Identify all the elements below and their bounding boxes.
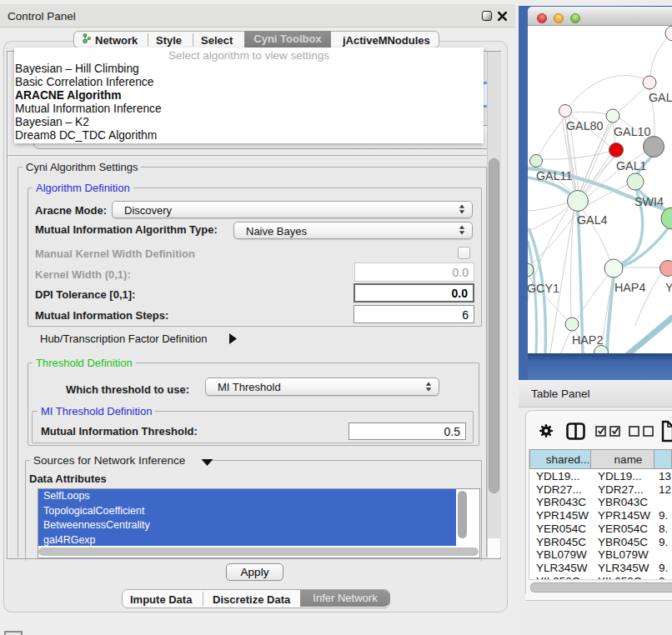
svg-text:GAL7: GAL7 [649, 91, 672, 104]
svg-text:GAL80: GAL80 [566, 119, 604, 132]
svg-text:SWI4: SWI4 [634, 195, 664, 208]
svg-text:GAL10: GAL10 [614, 125, 651, 138]
svg-text:GAL4: GAL4 [577, 213, 608, 227]
svg-text:GAL11: GAL11 [536, 169, 572, 182]
svg-text:Y: Y [665, 281, 672, 294]
svg-text:HAP2: HAP2 [572, 333, 603, 347]
svg-text:HAP4: HAP4 [614, 281, 645, 294]
svg-text:GCY1: GCY1 [528, 282, 559, 295]
svg-text:GAL1: GAL1 [616, 159, 647, 172]
